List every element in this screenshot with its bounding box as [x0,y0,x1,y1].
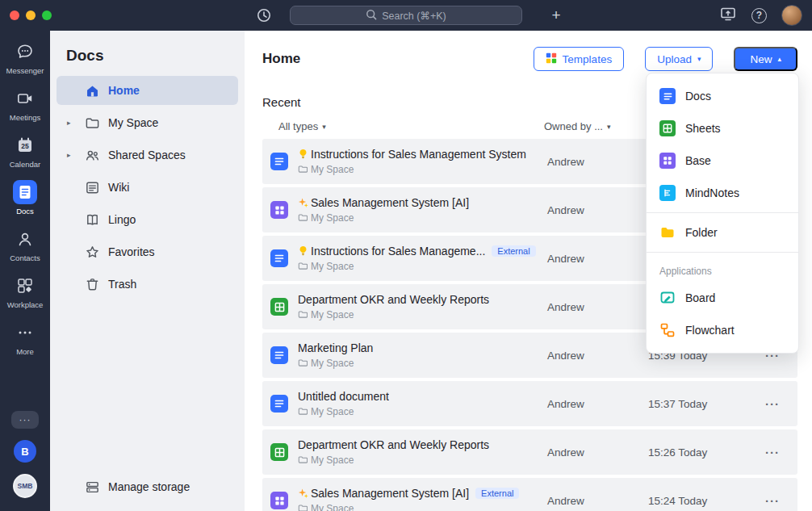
lingo-icon [84,212,100,228]
rail-item-label: Calendar [10,160,41,169]
folder-file-icon [659,224,676,241]
folder-icon [84,115,100,131]
doc-title: Sales Management System [AI] [311,487,469,500]
menu-item-folder[interactable]: Folder [647,216,798,249]
more-horizontal-icon: ··· [19,414,31,425]
messenger-icon [13,40,37,64]
sidebar-item-shared-spaces[interactable]: ▸ Shared Spaces [57,140,238,170]
sidebar-item-favorites[interactable]: Favorites [57,237,238,266]
wiki-icon [84,179,100,195]
folder-small-icon [298,358,308,370]
sidebar-item-home[interactable]: Home [57,76,238,105]
board-icon [659,290,676,306]
row-more-button[interactable]: ··· [765,494,797,508]
calendar-icon: 25 [13,133,37,157]
sparkles-emoji [298,197,308,207]
chevron-down-icon: ▾ [697,55,701,63]
sidebar-item-trash[interactable]: Trash [57,270,238,299]
search-input[interactable]: Search (⌘+K) [290,6,522,25]
rail-item-workplace[interactable]: Workplace [0,268,50,315]
doc-location: My Space [311,261,354,272]
external-badge: External [475,488,519,499]
rail-item-label: Workplace [7,300,44,309]
doc-row[interactable]: Department OKR and Weekly Reports My Spa… [262,429,797,475]
sidebar-item-my-space[interactable]: ▸ My Space [57,108,238,137]
upload-button[interactable]: Upload ▾ [645,47,713,71]
chevron-right-icon[interactable]: ▸ [67,151,71,159]
rail-item-calendar[interactable]: 25 Calendar [0,128,50,174]
doc-title: Sales Management System [AI] [311,196,469,209]
rail-item-contacts[interactable]: Contacts [0,221,50,268]
doc-row[interactable]: Untitled document My Space Andrew 15:37 … [262,381,797,426]
row-more-button[interactable]: ··· [765,397,797,411]
menu-item-flowchart[interactable]: Flowchart [647,314,798,346]
page-title: Home [262,51,300,67]
doc-owner: Andrew [547,156,648,168]
contacts-icon [13,227,37,251]
menu-item-sheets[interactable]: Sheets [647,112,798,145]
screen-share-icon[interactable] [719,5,737,26]
doc-location: My Space [311,164,354,175]
rail-overflow-button[interactable]: ··· [11,411,39,429]
rail-item-label: Docs [16,207,34,216]
sidebar-item-wiki[interactable]: Wiki [57,173,238,202]
titlebar: Search (⌘+K) + ? [0,0,812,31]
close-window-button[interactable] [10,10,19,20]
sidebar-item-label: Wiki [108,181,129,194]
all-types-filter[interactable]: All types ▾ [262,120,326,132]
sidebar-item-lingo[interactable]: Lingo [57,205,238,234]
app-rail: Messenger Meetings 25 Calendar Docs Cont… [0,31,50,511]
manage-storage-button[interactable]: Manage storage [50,479,245,511]
doc-location: My Space [311,454,354,466]
storage-icon [84,479,100,495]
rail-item-label: More [16,347,34,356]
workspace-badge[interactable]: B [14,440,36,463]
sidebar-title: Docs [50,31,245,76]
workplace-icon [13,274,37,298]
row-more-button[interactable]: ··· [765,446,797,459]
rail-item-docs[interactable]: Docs [0,174,50,221]
base-file-icon [659,153,676,169]
folder-small-icon [298,212,308,224]
chevron-up-icon: ▴ [777,55,781,63]
sidebar-item-label: Trash [108,278,136,291]
sheets-file-icon [270,443,288,461]
new-button[interactable]: New ▴ [734,47,797,71]
rail-item-more[interactable]: More [0,315,50,362]
home-icon [84,82,100,98]
search-icon [366,9,377,23]
doc-title: Department OKR and Weekly Reports [298,293,489,306]
doc-title: Instructions for Sales Management System [311,148,526,161]
org-avatar[interactable]: SMB [13,474,37,498]
doc-owner: Andrew [547,398,648,410]
rail-item-label: Contacts [10,253,40,262]
doc-location: My Space [311,406,354,417]
sparkles-emoji [298,488,308,498]
doc-row[interactable]: Sales Management System [AI] External My… [262,478,797,511]
plus-icon: + [551,6,560,24]
doc-owner: Andrew [547,253,648,265]
history-icon[interactable] [255,6,273,27]
folder-small-icon [298,503,308,511]
menu-item-docs[interactable]: Docs [647,80,798,112]
base-file-icon [270,492,288,509]
templates-button[interactable]: Templates [534,47,625,71]
user-avatar[interactable] [781,5,802,26]
zoom-window-button[interactable] [42,10,52,20]
rail-item-messenger[interactable]: Messenger [0,34,50,81]
chevron-right-icon[interactable]: ▸ [67,119,71,127]
folder-small-icon [298,454,308,467]
doc-location: My Space [311,358,354,369]
rail-item-label: Messenger [6,66,44,75]
docs-sidebar: Docs Home ▸ My Space ▸ Shared Spa [50,31,245,511]
menu-item-mindnotes[interactable]: MindNotes [647,177,798,209]
sidebar-item-label: Home [108,84,140,97]
doc-time: 15:26 Today [648,446,765,459]
flowchart-icon [659,322,676,338]
menu-item-board[interactable]: Board [647,282,798,314]
menu-item-base[interactable]: Base [647,145,798,177]
help-icon[interactable]: ? [751,8,767,23]
new-tab-button[interactable]: + [546,5,567,26]
rail-item-meetings[interactable]: Meetings [0,81,50,128]
minimize-window-button[interactable] [26,10,36,20]
